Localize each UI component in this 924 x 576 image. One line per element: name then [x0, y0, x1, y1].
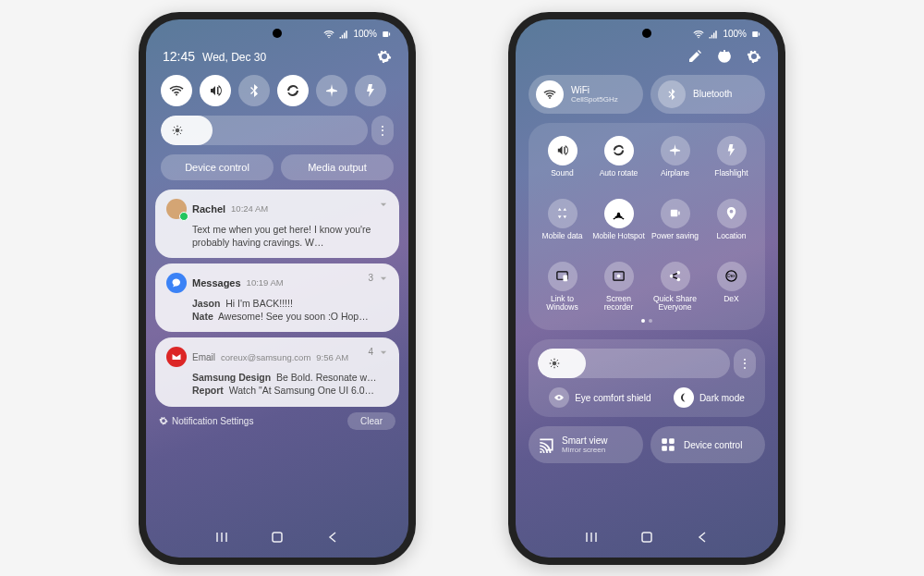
- bluetooth-icon: [247, 83, 261, 98]
- wifi-label: WiFi: [571, 85, 618, 95]
- bottom-tiles: Smart view Mirror screen Device control: [529, 426, 765, 463]
- qs-tile-screenrec[interactable]: Screen recorder: [592, 262, 645, 313]
- quickshare-icon: [668, 269, 682, 283]
- notif-time: 10:19 AM: [247, 277, 284, 288]
- wifi-icon: [169, 83, 184, 98]
- recents-button[interactable]: [584, 530, 599, 545]
- brightness-menu-button[interactable]: ⋮: [734, 349, 756, 378]
- battery-text: 100%: [353, 29, 377, 39]
- settings-icon[interactable]: [747, 49, 761, 64]
- qs-tile-quickshare[interactable]: Quick Share Everyone: [649, 262, 701, 313]
- chevron-down-icon[interactable]: [379, 274, 388, 283]
- qs-tile-linkwin[interactable]: Link to Windows: [536, 262, 589, 313]
- clear-button[interactable]: Clear: [347, 412, 395, 430]
- brightness-slider[interactable]: [538, 349, 730, 378]
- camera-hole: [642, 29, 651, 38]
- connection-toggle-row: WiFi CellSpot5GHz Bluetooth: [529, 75, 765, 114]
- notif-count: 3: [368, 273, 373, 283]
- autorotate-icon: [612, 143, 626, 157]
- notif-sender: Rachel: [192, 203, 225, 214]
- page-indicator[interactable]: [536, 319, 758, 323]
- airplane-icon: [324, 83, 339, 98]
- battery-icon: [750, 29, 761, 40]
- notif-body: Samsung Design Be Bold. Resonate w… Repo…: [192, 371, 388, 397]
- qs-tile-powersaving[interactable]: Power saving: [649, 199, 701, 249]
- power-icon[interactable]: [717, 49, 732, 64]
- brightness-icon: [172, 125, 183, 136]
- phone-right: 100% WiFi CellSpot5GHz Bluetooth Sou: [508, 12, 785, 565]
- home-button[interactable]: [270, 530, 285, 545]
- bluetooth-toggle[interactable]: Bluetooth: [650, 75, 765, 114]
- edit-icon[interactable]: [687, 49, 702, 64]
- home-button[interactable]: [639, 530, 654, 545]
- wifi-toggle[interactable]: [161, 75, 192, 106]
- quick-settings-grid-card: Sound Auto rotate Airplane Flashlight Mo…: [529, 123, 765, 331]
- qs-tile-sound[interactable]: Sound: [536, 136, 589, 186]
- gear-icon: [159, 416, 168, 425]
- notification-card[interactable]: Messages 10:19 AM 3 Jason Hi I'm BACK!!!…: [155, 263, 399, 332]
- sound-toggle[interactable]: [200, 75, 231, 106]
- bluetooth-icon: [665, 88, 678, 101]
- media-output-button[interactable]: Media output: [281, 154, 394, 180]
- hotspot-icon: [612, 206, 626, 220]
- smart-view-tile[interactable]: Smart view Mirror screen: [529, 426, 643, 463]
- qs-tile-flashlight[interactable]: Flashlight: [705, 136, 758, 186]
- qs-tile-autorotate[interactable]: Auto rotate: [592, 136, 645, 186]
- wifi-toggle[interactable]: WiFi CellSpot5GHz: [529, 75, 643, 114]
- notification-card[interactable]: Rachel 10:24 AM Text me when you get her…: [155, 190, 399, 258]
- dex-icon: [724, 269, 738, 283]
- qs-tile-label: Sound: [551, 169, 574, 186]
- notif-body: Text me when you get here! I know you're…: [192, 223, 388, 249]
- eye-comfort-toggle[interactable]: Eye comfort shield: [549, 387, 650, 408]
- qs-tile-dex[interactable]: DeX: [705, 262, 758, 313]
- notif-count: 4: [368, 347, 373, 357]
- screenrec-icon: [612, 269, 626, 283]
- bluetooth-toggle[interactable]: [238, 75, 270, 106]
- back-button[interactable]: [325, 530, 340, 545]
- qs-tile-airplane[interactable]: Airplane: [649, 136, 701, 186]
- brightness-slider-row: ⋮: [161, 116, 394, 145]
- flashlight-icon: [724, 143, 738, 157]
- cast-icon: [538, 436, 554, 453]
- notification-card[interactable]: Email coreux@samsung.com 9:56 AM 4 Samsu…: [155, 337, 399, 406]
- flashlight-toggle[interactable]: [355, 75, 386, 106]
- settings-icon[interactable]: [377, 49, 392, 64]
- qs-tile-label: Screen recorder: [592, 295, 645, 313]
- back-button[interactable]: [695, 530, 710, 545]
- qs-tile-label: Mobile Hotspot: [592, 232, 645, 249]
- airplane-icon: [668, 143, 682, 157]
- chevron-down-icon[interactable]: [379, 348, 388, 357]
- qs-tile-label: Link to Windows: [536, 295, 589, 313]
- quick-toggle-row: [146, 71, 408, 116]
- notification-settings-link[interactable]: Notification Settings: [159, 416, 253, 426]
- qs-tile-hotspot[interactable]: Mobile Hotspot: [592, 199, 645, 249]
- qs-tile-label: Power saving: [651, 232, 699, 249]
- airplane-toggle[interactable]: [316, 75, 347, 106]
- autorotate-toggle[interactable]: [277, 75, 309, 106]
- camera-hole: [273, 29, 282, 38]
- svg-rect-17: [273, 533, 282, 542]
- screen-right: 100% WiFi CellSpot5GHz Bluetooth Sou: [516, 19, 778, 558]
- qs-tile-mobiledata[interactable]: Mobile data: [536, 199, 589, 249]
- brightness-menu-button[interactable]: ⋮: [371, 116, 394, 145]
- signal-status-icon: [708, 29, 719, 40]
- eye-icon: [553, 392, 565, 403]
- nav-bar: [146, 524, 408, 550]
- device-control-button[interactable]: Device control: [161, 154, 274, 180]
- clock-date: Wed, Dec 30: [202, 51, 266, 64]
- notif-sub: coreux@samsung.com: [221, 352, 310, 362]
- device-control-tile[interactable]: Device control: [650, 426, 765, 463]
- signal-status-icon: [338, 29, 349, 40]
- display-card: ⋮ Eye comfort shield Dark mode: [529, 339, 765, 417]
- qs-tile-label: Quick Share Everyone: [649, 295, 701, 313]
- qs-tile-location[interactable]: Location: [705, 199, 758, 249]
- sound-icon: [555, 143, 569, 157]
- brightness-slider[interactable]: [161, 116, 368, 145]
- autorotate-icon: [286, 83, 300, 98]
- dark-mode-toggle[interactable]: Dark mode: [674, 387, 745, 408]
- notif-footer: Notification Settings Clear: [159, 412, 395, 430]
- recents-button[interactable]: [214, 530, 229, 545]
- smart-view-label: Smart view: [562, 435, 607, 446]
- chevron-down-icon[interactable]: [379, 200, 388, 209]
- wifi-status-icon: [323, 29, 334, 40]
